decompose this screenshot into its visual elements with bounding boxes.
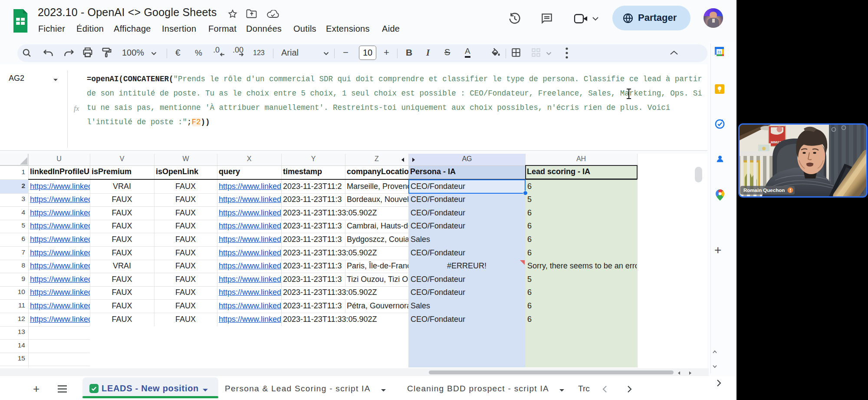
svg-text:Romain Quechon: Romain Quechon	[743, 188, 785, 193]
svg-text:31: 31	[717, 50, 721, 54]
